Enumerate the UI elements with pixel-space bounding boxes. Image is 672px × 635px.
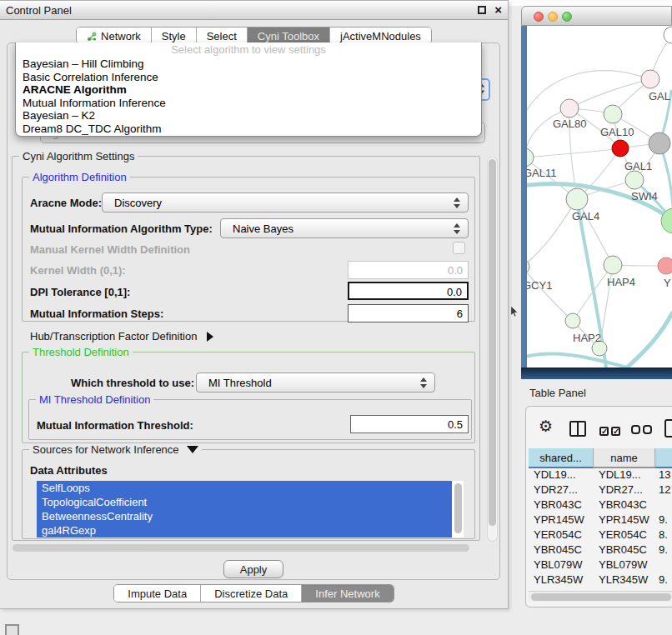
tab-network[interactable]: Network <box>77 28 152 43</box>
mouse-cursor <box>509 306 519 318</box>
network-graph: GAL GAL80 GAL10 GAL11 GAL1 SWI4 GAL4 GCY… <box>527 26 672 368</box>
select-all-columns-icon[interactable]: ✓✓ <box>599 424 623 437</box>
table-row[interactable]: YPR145W YPR145W 9. <box>529 513 672 528</box>
table-row[interactable]: YLR345W YLR345W 9. <box>529 573 672 588</box>
chevron-updown-icon <box>454 223 460 234</box>
table-row[interactable]: YIL052C YIL052C 9 <box>529 588 672 590</box>
mi-threshold-definition-title: MI Threshold Definition <box>36 393 153 406</box>
gear-icon[interactable]: ⚙ <box>539 418 553 434</box>
table-row[interactable]: YBL079W YBL079W <box>529 558 672 573</box>
chevron-updown-icon <box>420 378 427 388</box>
deselect-all-columns-icon[interactable] <box>631 424 654 437</box>
mi-threshold-field[interactable]: 0.5 <box>350 415 469 433</box>
node-label-gal10: GAL10 <box>600 126 634 138</box>
node-gal4[interactable] <box>566 188 588 210</box>
which-threshold-combo[interactable]: MI Threshold <box>196 372 435 392</box>
column-header-shared-name[interactable]: shared... <box>529 448 594 468</box>
dpi-tolerance-field[interactable]: 0.0 <box>348 282 469 300</box>
collapse-down-icon <box>187 446 198 453</box>
minimize-traffic-light[interactable] <box>548 12 558 22</box>
dock-panel-icon[interactable] <box>5 624 19 635</box>
node-label-gal80: GAL80 <box>553 118 586 130</box>
node-gray[interactable] <box>649 132 670 154</box>
settings-vscrollbar-thumb[interactable] <box>489 159 496 526</box>
apply-button[interactable]: Apply <box>223 560 283 578</box>
dropdown-item-mutual-information[interactable]: Mutual Information Inference <box>16 97 481 110</box>
tab-infer-network[interactable]: Infer Network <box>302 585 393 602</box>
node-gal10[interactable] <box>604 105 622 123</box>
sources-group-title[interactable]: Sources for Network Inference <box>29 443 202 456</box>
tab-jactivemnodules[interactable]: jActiveMNodules <box>330 28 431 43</box>
dropdown-item-dream8[interactable]: Dream8 DC_TDC Algorithm <box>16 122 481 136</box>
threshold-definition-title: Threshold Definition <box>29 346 133 358</box>
tab-cyni-toolbox[interactable]: Cyni Toolbox <box>248 28 330 43</box>
node-label-hap4: HAP4 <box>607 276 635 288</box>
tab-discretize-data[interactable]: Discretize Data <box>201 585 302 602</box>
mi-algorithm-type-label: Mutual Information Algorithm Type: <box>30 222 213 235</box>
manual-kernel-width-label: Manual Kernel Width Definition <box>30 243 190 256</box>
network-icon <box>87 32 97 42</box>
node-hap2[interactable] <box>565 313 580 328</box>
table-row[interactable]: YDL19... YDL19... 13 <box>529 468 672 483</box>
table-hscrollbar-thumb[interactable] <box>531 593 671 601</box>
attributes-list-scrollbar[interactable] <box>454 483 462 533</box>
dropdown-placeholder: Select algorithm to view settings <box>16 42 481 58</box>
table-row[interactable]: YER054C YER054C 8. <box>529 528 672 543</box>
mi-algorithm-type-combo[interactable]: Naive Bayes <box>220 218 469 238</box>
list-item-betweennesscentrality[interactable]: BetweennessCentrality <box>37 509 452 523</box>
close-traffic-light[interactable] <box>534 12 544 22</box>
node-gal-partial[interactable] <box>641 70 659 88</box>
dropdown-item-aracne[interactable]: ARACNE Algorithm <box>16 83 481 97</box>
aracne-mode-label: Aracne Mode: <box>30 197 102 209</box>
table-hscrollbar-track[interactable] <box>529 591 672 602</box>
manual-kernel-width-checkbox[interactable] <box>453 242 465 254</box>
dropdown-item-basic-correlation[interactable]: Basic Correlation Inference <box>16 71 481 84</box>
node-partial-top[interactable] <box>664 27 672 43</box>
settings-vscrollbar-track[interactable] <box>487 157 498 542</box>
tab-impute-data[interactable]: Impute Data <box>114 585 201 602</box>
split-columns-icon[interactable] <box>569 421 586 437</box>
control-panel-titlebar: Control Panel × <box>0 1 508 20</box>
kernel-width-field[interactable]: 0.0 <box>348 261 469 279</box>
teal-edges <box>527 91 672 368</box>
node-label-gal11: GAL11 <box>527 167 557 179</box>
float-window-icon[interactable] <box>478 6 486 14</box>
table-panel-title: Table Panel <box>529 387 586 399</box>
list-item-gal4rgexp[interactable]: gal4RGexp <box>37 523 452 538</box>
list-item-topologicalcoefficient[interactable]: TopologicalCoefficient <box>37 495 452 509</box>
node-label-gal1: GAL1 <box>624 160 652 172</box>
node-hap4[interactable] <box>604 256 622 274</box>
zoom-traffic-light[interactable] <box>562 12 572 22</box>
table-body: YDL19... YDL19... 13 YDR27... YDR27... 1… <box>529 468 672 590</box>
close-icon[interactable]: × <box>494 2 502 17</box>
network-window-bottom-border <box>521 368 672 379</box>
dropdown-item-bayesian-hill-climbing[interactable]: Bayesian – Hill Climbing <box>16 58 481 71</box>
mi-steps-field[interactable]: 6 <box>348 304 469 322</box>
hub-definition-expander[interactable]: Hub/Transcription Factor Definition <box>30 330 213 342</box>
expand-right-icon <box>207 332 213 342</box>
data-attributes-label: Data Attributes <box>30 464 108 477</box>
table-row[interactable]: YDR27... YDR27... 12 <box>529 483 672 498</box>
table-row[interactable]: YBR045C YBR045C 9. <box>529 543 672 558</box>
node-label-gal4: GAL4 <box>572 210 599 222</box>
network-window-titlebar[interactable] <box>521 6 672 26</box>
dpi-tolerance-label: DPI Tolerance [0,1]: <box>30 286 130 298</box>
aracne-mode-combo[interactable]: Discovery <box>102 192 469 212</box>
which-threshold-label: Which threshold to use: <box>71 377 194 389</box>
dropdown-item-bayesian-k2[interactable]: Bayesian – K2 <box>16 109 481 122</box>
node-red[interactable] <box>612 140 629 157</box>
list-item-selfloops[interactable]: SelfLoops <box>37 481 452 495</box>
node-gal80[interactable] <box>560 99 579 118</box>
column-header-partial[interactable] <box>655 448 672 468</box>
node-pink-y[interactable] <box>658 258 672 274</box>
algorithm-dropdown-list: Select algorithm to view settings Bayesi… <box>15 42 482 137</box>
table-row[interactable]: YBR043C YBR043C <box>529 498 672 513</box>
node-gal1[interactable] <box>625 171 644 189</box>
column-header-name[interactable]: name <box>594 448 655 468</box>
cyni-settings-group-title: Cyni Algorithm Settings <box>19 150 138 162</box>
control-panel-title: Control Panel <box>6 4 72 17</box>
partial-toolbar-icon[interactable] <box>664 419 672 438</box>
tab-select[interactable]: Select <box>197 28 248 43</box>
tab-style[interactable]: Style <box>152 28 197 43</box>
settings-hscrollbar-thumb[interactable] <box>13 544 469 552</box>
